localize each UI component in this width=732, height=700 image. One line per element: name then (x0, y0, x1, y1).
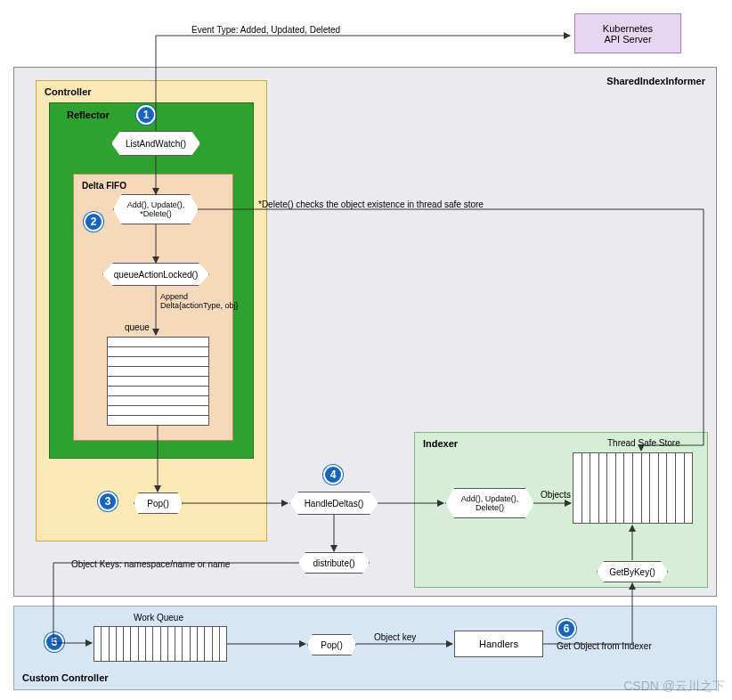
badge-1: 1 (136, 105, 156, 125)
queue-action-locked-node: queueActionLocked() (102, 263, 209, 286)
thread-safe-store-label: Thread Safe Store (607, 438, 680, 448)
indexer-add-update-delete-node: Add(), Update(), Delete() (445, 488, 534, 518)
object-keys-label: Object Keys: namespace/name or name (71, 559, 230, 569)
object-key-label: Object key (374, 632, 416, 642)
badge-5: 5 (45, 632, 64, 652)
controller-label: Controller (45, 86, 92, 97)
delta-add-update-delete-node: Add(), Update(), *Delete() (113, 194, 199, 224)
handle-deltas-node: HandleDeltas() (289, 492, 378, 515)
get-by-key-node: GetByKey() (597, 561, 668, 582)
work-queue-label: Work Queue (134, 613, 183, 623)
append-delta-label: Append Delta{actionType, obj} (160, 292, 239, 310)
thread-safe-store (573, 452, 693, 524)
queue-label: queue (125, 322, 150, 332)
objects-label: Objects (541, 490, 571, 500)
delta-fifo-queue (107, 337, 209, 426)
shared-index-informer-label: SharedIndexInformer (606, 76, 705, 86)
badge-6: 6 (557, 619, 576, 639)
reflector-label: Reflector (67, 110, 110, 120)
event-type-label: Event Type: Added, Updated, Deleted (191, 25, 340, 35)
watermark: CSDN @云川之下 (623, 679, 725, 695)
badge-3: 3 (98, 492, 118, 511)
handlers-box: Handlers (454, 631, 543, 657)
indexer-label: Indexer (423, 438, 458, 449)
delta-fifo-label: Delta FIFO (82, 181, 126, 191)
badge-4: 4 (323, 465, 343, 484)
custom-controller-label: Custom Controller (22, 672, 109, 683)
pop-node: Pop() (134, 492, 183, 514)
work-queue (94, 626, 227, 662)
list-and-watch-node: ListAndWatch() (111, 131, 200, 156)
k8s-api-server-box: Kubernetes API Server (574, 13, 681, 53)
badge-2: 2 (84, 212, 103, 232)
distribute-node: distribute() (298, 552, 370, 574)
get-object-from-indexer-label: Get Object from Indexer (557, 641, 652, 651)
delete-note-label: *Delete() checks the object existence in… (258, 199, 484, 209)
pop2-node: Pop() (307, 634, 356, 655)
